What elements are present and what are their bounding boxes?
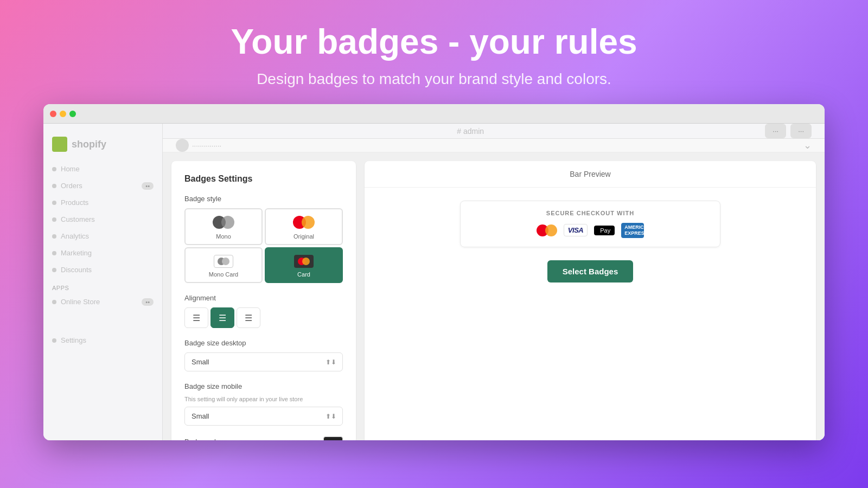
- home-icon: [52, 167, 56, 171]
- breadcrumb-bar: ··············· ⌄: [163, 139, 825, 152]
- visa-text: VISA: [568, 226, 583, 234]
- orders-icon: [52, 184, 56, 188]
- topbar-btn-2[interactable]: ···: [790, 124, 812, 138]
- breadcrumb-chevron-icon: ⌄: [803, 140, 812, 151]
- topbar-btn-1[interactable]: ···: [765, 124, 786, 138]
- sidebar-item-online-store[interactable]: Online Store ••: [43, 293, 162, 310]
- badge-size-desktop-select[interactable]: Small Medium Large: [184, 352, 343, 371]
- align-left-button[interactable]: ☰: [184, 307, 208, 328]
- sidebar-label-customers: Customers: [61, 215, 95, 223]
- badge-color-swatch[interactable]: [323, 436, 343, 440]
- sidebar-label-discounts: Discounts: [61, 266, 92, 274]
- alignment-group: ☰ ☰ ☰: [184, 307, 343, 328]
- monocard-label: Mono Card: [209, 271, 238, 278]
- settings-panel-title: Badges Settings: [184, 174, 343, 184]
- window-minimize-dot[interactable]: [60, 111, 66, 117]
- original-label: Original: [293, 233, 314, 240]
- browser-window: shopify Home Orders •• Products Customer…: [43, 104, 825, 440]
- online-store-badge: ••: [142, 298, 154, 306]
- amex-text: AMERICANEXPRESS: [624, 224, 651, 236]
- topbar: # admin ··· ···: [163, 124, 825, 139]
- select-badges-button[interactable]: Select Badges: [547, 260, 634, 282]
- customers-icon: [52, 217, 56, 222]
- sidebar-item-settings[interactable]: Settings: [43, 332, 162, 349]
- panels-container: Badges Settings Badge style Mono: [163, 152, 825, 440]
- settings-icon: [52, 338, 56, 343]
- badge-style-mono[interactable]: Mono: [184, 208, 263, 245]
- visa-badge: VISA: [564, 224, 588, 236]
- sidebar-item-home[interactable]: Home: [43, 160, 162, 177]
- preview-panel: Bar Preview SECURE CHECKOUT WITH: [365, 161, 816, 440]
- products-icon: [52, 201, 56, 205]
- badge-color-label: Badge color: [184, 438, 222, 441]
- badge-style-section: Badge style Mono: [184, 195, 343, 283]
- window-maximize-dot[interactable]: [69, 111, 76, 117]
- align-center-button[interactable]: ☰: [210, 307, 234, 328]
- browser-body: shopify Home Orders •• Products Customer…: [43, 124, 825, 440]
- applepay-badge: Pay: [594, 226, 615, 235]
- secure-checkout-bar: SECURE CHECKOUT WITH VISA: [460, 201, 720, 247]
- preview-body: SECURE CHECKOUT WITH VISA: [365, 188, 816, 440]
- hero-section: Your badges - your rules Design badges t…: [0, 0, 868, 104]
- badge-size-mobile-section: Badge size mobile This setting will only…: [184, 382, 343, 426]
- payment-icons-row: VISA Pay AMERICANEXPRESS: [537, 223, 644, 238]
- badge-size-mobile-label: Badge size mobile: [184, 382, 343, 390]
- card-icon: [294, 255, 314, 268]
- badge-style-card[interactable]: Card: [265, 247, 343, 283]
- sidebar-logo-text: shopify: [72, 139, 106, 150]
- sidebar-label-online-store: Online Store: [61, 298, 100, 306]
- sidebar-item-marketing[interactable]: Marketing: [43, 245, 162, 261]
- sidebar-logo: shopify: [43, 132, 162, 160]
- sidebar-section-apps: Apps: [43, 278, 162, 293]
- card-label: Card: [297, 271, 310, 278]
- sidebar-item-discounts[interactable]: Discounts: [43, 261, 162, 278]
- sidebar-item-analytics[interactable]: Analytics: [43, 228, 162, 245]
- original-icon: [293, 216, 315, 230]
- analytics-icon: [52, 234, 56, 239]
- align-right-button[interactable]: ☰: [237, 307, 260, 328]
- mastercard-right-circle: [545, 224, 557, 236]
- badge-size-desktop-section: Badge size desktop Small Medium Large ⬆⬇: [184, 339, 343, 371]
- online-store-icon: [52, 300, 56, 304]
- sidebar: shopify Home Orders •• Products Customer…: [43, 124, 163, 440]
- settings-panel: Badges Settings Badge style Mono: [171, 161, 356, 440]
- secure-checkout-title: SECURE CHECKOUT WITH: [546, 210, 634, 216]
- breadcrumb: ···············: [176, 139, 221, 152]
- shopify-logo-icon: [52, 137, 67, 152]
- badge-style-label: Badge style: [184, 195, 343, 203]
- hero-title: Your badges - your rules: [0, 22, 868, 62]
- hero-subtitle: Design badges to match your brand style …: [0, 70, 868, 88]
- badge-style-original[interactable]: Original: [265, 208, 343, 245]
- monocard-icon: [214, 255, 233, 268]
- topbar-right: ··· ···: [765, 124, 812, 138]
- sidebar-item-orders[interactable]: Orders ••: [43, 177, 162, 194]
- sidebar-label-orders: Orders: [61, 182, 82, 190]
- badge-size-desktop-label: Badge size desktop: [184, 339, 343, 347]
- sidebar-item-products[interactable]: Products: [43, 194, 162, 211]
- preview-header: Bar Preview: [365, 161, 816, 188]
- browser-titlebar: [43, 104, 825, 124]
- breadcrumb-action: ⌄: [803, 139, 812, 151]
- badge-size-mobile-select[interactable]: Small Medium Large: [184, 407, 343, 426]
- discounts-icon: [52, 268, 56, 272]
- mono-label: Mono: [216, 233, 231, 240]
- mastercard-badge: [537, 223, 557, 237]
- badge-style-monocard[interactable]: Mono Card: [184, 247, 263, 283]
- amex-badge: AMERICANEXPRESS: [621, 223, 644, 238]
- window-close-dot[interactable]: [50, 111, 56, 117]
- badge-size-desktop-wrapper: Small Medium Large ⬆⬇: [184, 352, 343, 371]
- alignment-section: Alignment ☰ ☰ ☰: [184, 294, 343, 328]
- sidebar-label-home: Home: [61, 165, 80, 173]
- badge-style-grid: Mono Original: [184, 208, 343, 283]
- breadcrumb-label: ···············: [192, 142, 221, 150]
- breadcrumb-avatar: [176, 139, 189, 152]
- sidebar-label-marketing: Marketing: [61, 249, 92, 257]
- sidebar-label-products: Products: [61, 198, 88, 207]
- marketing-icon: [52, 251, 56, 255]
- badge-size-mobile-wrapper: Small Medium Large ⬆⬇: [184, 407, 343, 426]
- alignment-label: Alignment: [184, 294, 343, 302]
- mono-icon: [213, 216, 234, 230]
- sidebar-item-customers[interactable]: Customers: [43, 211, 162, 228]
- main-content: # admin ··· ··· ··············· ⌄: [163, 124, 825, 440]
- badge-color-section: Badge color: [184, 436, 343, 440]
